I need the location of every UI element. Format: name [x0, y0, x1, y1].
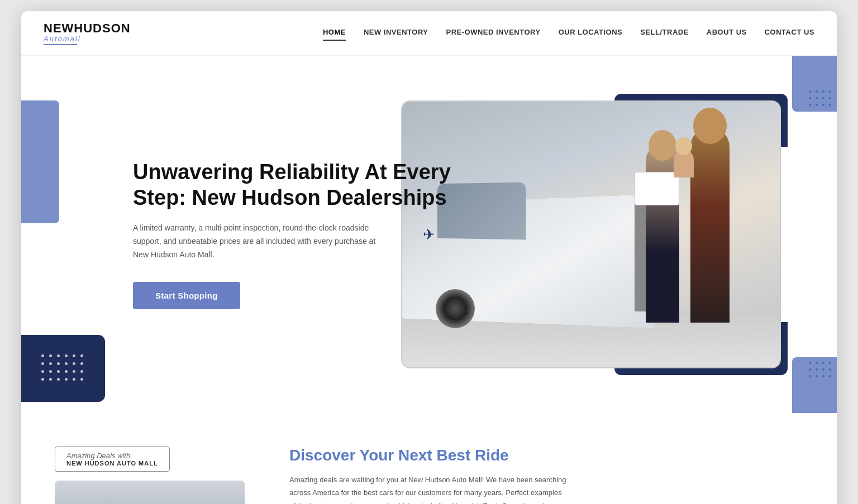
deco-right-big-bottom — [792, 357, 837, 413]
badge-title: Amazing Deals with — [66, 452, 158, 460]
badge-sub: NEW HUDSON AUTO MALL — [66, 460, 158, 467]
hero-content: Unwavering Reliability At Every Step: Ne… — [21, 160, 470, 309]
hero-description: A limited warranty, a multi-point inspec… — [133, 222, 379, 261]
deco-left-bottom — [21, 335, 105, 402]
nav-locations[interactable]: OUR LOCATIONS — [559, 28, 623, 39]
baby-head — [675, 137, 692, 155]
discover-description: Amazing deals are waiting for you at New… — [289, 473, 569, 504]
header: NEWHUDSON Automall HOME NEW INVENTORY PR… — [21, 11, 837, 56]
logo-sub: Automall — [44, 35, 81, 43]
badge-box: Amazing Deals with NEW HUDSON AUTO MALL — [55, 447, 170, 472]
nav-home[interactable]: HOME — [323, 28, 346, 39]
airplane-icon: ✈ — [423, 226, 435, 243]
logo: NEWHUDSON Automall — [44, 21, 131, 45]
hero-section: Unwavering Reliability At Every Step: Ne… — [21, 56, 837, 413]
sign-board — [635, 172, 679, 205]
second-cars-image — [55, 481, 245, 504]
second-right: Discover Your Next Best Ride Amazing dea… — [289, 447, 569, 504]
start-shopping-button[interactable]: Start Shopping — [133, 282, 240, 309]
second-left: Amazing Deals with NEW HUDSON AUTO MALL — [55, 447, 256, 504]
logo-brand: NEWHUDSON — [44, 21, 131, 36]
people-area — [635, 102, 757, 323]
logo-line — [44, 44, 77, 45]
hero-title: Unwavering Reliability At Every Step: Ne… — [133, 160, 470, 210]
dots-grid-left — [41, 354, 85, 382]
sign-pole — [635, 200, 646, 311]
person1-head — [649, 130, 676, 161]
person2-head — [693, 108, 727, 144]
dots-bottom-right — [809, 362, 832, 378]
browser-frame: NEWHUDSON Automall HOME NEW INVENTORY PR… — [21, 11, 837, 504]
nav-contact[interactable]: CONTACT US — [765, 28, 814, 39]
dots-top-right — [809, 90, 832, 107]
nav-sell-trade[interactable]: SELL/TRADE — [640, 28, 689, 39]
second-section: Amazing Deals with NEW HUDSON AUTO MALL … — [21, 413, 837, 504]
deco-right-big-top — [792, 56, 837, 112]
discover-title: Discover Your Next Best Ride — [289, 447, 569, 464]
nav-new-inventory[interactable]: NEW INVENTORY — [364, 28, 428, 39]
nav-pre-owned[interactable]: PRE-OWNED INVENTORY — [446, 28, 541, 39]
person2 — [690, 127, 730, 323]
cars-display — [55, 481, 245, 504]
main-nav: HOME NEW INVENTORY PRE-OWNED INVENTORY O… — [323, 28, 814, 39]
nav-about[interactable]: ABOUT US — [707, 28, 747, 39]
